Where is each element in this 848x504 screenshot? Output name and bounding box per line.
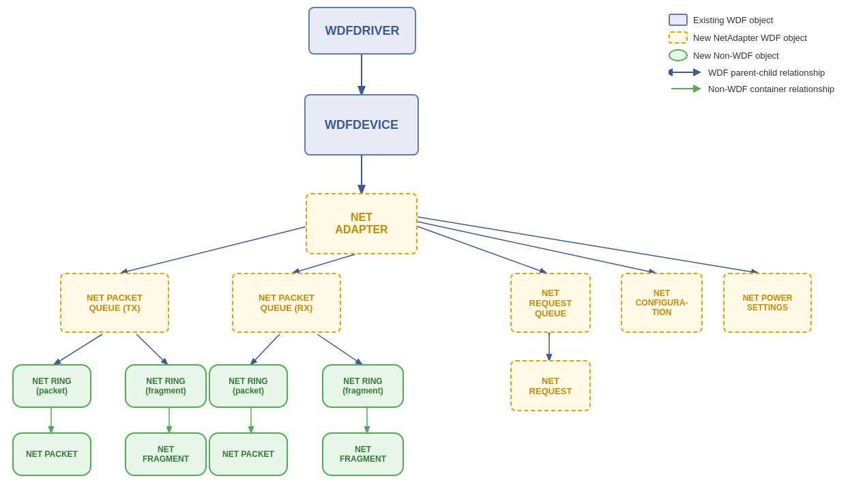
netpktqueue-tx-node: NET PACKET QUEUE (TX): [60, 273, 169, 333]
netring-tx-pkt-node: NET RING (packet): [12, 364, 91, 408]
netring-tx-frag-label: NET RING (fragment): [145, 376, 186, 396]
legend-nonwdf-label: New Non-WDF object: [693, 50, 779, 61]
netrequest-label: NET REQUEST: [529, 376, 572, 396]
legend-wdf-arrow-icon: [669, 67, 703, 78]
svg-line-10: [251, 334, 280, 364]
netrequestqueue-node: NET REQUEST QUEUE: [510, 273, 591, 333]
legend-wdf-icon: [669, 14, 688, 26]
legend-item-nonwdf: New Non-WDF object: [669, 49, 834, 61]
legend-netadapter-icon: [669, 31, 688, 44]
netfragment-tx-label: NET FRAGMENT: [143, 445, 189, 464]
netring-rx-pkt-node: NET RING (packet): [209, 364, 288, 408]
legend-item-nonwdf-arrow: Non-WDF container relationship: [669, 83, 834, 94]
legend: Existing WDF object New NetAdapter WDF o…: [669, 14, 834, 100]
netrequestqueue-label: NET REQUEST QUEUE: [529, 288, 572, 318]
svg-line-5: [418, 222, 655, 273]
legend-netadapter-label: New NetAdapter WDF object: [693, 33, 807, 43]
netconfiguration-node: NET CONFIGURA- TION: [621, 273, 703, 333]
wdfdriver-node: WDFDRIVER: [308, 7, 416, 55]
netadapter-label: NET ADAPTER: [335, 211, 388, 236]
netfragment-rx-node: NET FRAGMENT: [322, 432, 404, 476]
netpacket-tx-node: NET PACKET: [12, 432, 91, 476]
netpacket-rx-label: NET PACKET: [222, 449, 274, 459]
netpktqueue-tx-label: NET PACKET QUEUE (TX): [87, 293, 143, 313]
netpacket-rx-node: NET PACKET: [209, 432, 288, 476]
legend-wdf-label: Existing WDF object: [693, 15, 773, 25]
netfragment-rx-label: NET FRAGMENT: [340, 445, 386, 464]
legend-item-wdf: Existing WDF object: [669, 14, 834, 26]
netpowersettings-node: NET POWER SETTINGS: [723, 273, 812, 333]
netadapter-node: NET ADAPTER: [306, 193, 418, 254]
netrequest-node: NET REQUEST: [510, 360, 591, 411]
netpktqueue-rx-label: NET PACKET QUEUE (RX): [259, 293, 315, 313]
netpacket-tx-label: NET PACKET: [26, 449, 78, 459]
svg-line-2: [121, 226, 307, 273]
wdfdevice-label: WDFDEVICE: [325, 118, 398, 132]
svg-line-6: [418, 217, 757, 273]
legend-item-netadapter: New NetAdapter WDF object: [669, 31, 834, 44]
diagram-container: WDFDRIVER WDFDEVICE NET ADAPTER NET PACK…: [0, 0, 848, 504]
wdfdriver-label: WDFDRIVER: [325, 24, 400, 38]
legend-nonwdf-arrow-icon: [669, 83, 703, 94]
legend-item-wdf-arrow: WDF parent-child relationship: [669, 67, 834, 78]
netring-rx-pkt-label: NET RING (packet): [229, 376, 267, 396]
netfragment-tx-node: NET FRAGMENT: [125, 432, 207, 476]
wdfdevice-node: WDFDEVICE: [304, 94, 419, 155]
svg-line-3: [293, 252, 362, 273]
svg-line-11: [317, 334, 362, 364]
svg-line-4: [418, 226, 546, 273]
svg-line-8: [55, 334, 102, 364]
netconfiguration-label: NET CONFIGURA- TION: [636, 288, 688, 317]
netring-tx-frag-node: NET RING (fragment): [125, 364, 207, 408]
svg-line-9: [136, 334, 167, 364]
netring-tx-pkt-label: NET RING (packet): [32, 376, 71, 396]
legend-nonwdf-arrow-label: Non-WDF container relationship: [708, 84, 834, 94]
netpowersettings-label: NET POWER SETTINGS: [743, 293, 793, 312]
legend-nonwdf-icon: [669, 49, 688, 61]
netpktqueue-rx-node: NET PACKET QUEUE (RX): [232, 273, 341, 333]
legend-wdf-arrow-label: WDF parent-child relationship: [708, 68, 825, 78]
netring-rx-frag-node: NET RING (fragment): [322, 364, 404, 408]
netring-rx-frag-label: NET RING (fragment): [342, 376, 383, 396]
